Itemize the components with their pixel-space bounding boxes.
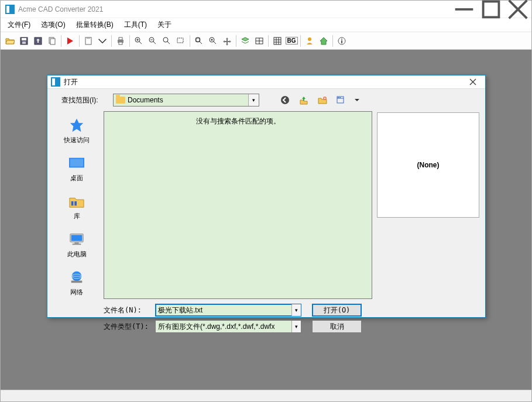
print-icon[interactable] [114, 35, 127, 47]
maximize-button[interactable] [478, 1, 504, 18]
svg-rect-1 [483, 1, 499, 17]
dialog-icon [51, 77, 60, 87]
open-button[interactable]: 打开(O) [312, 304, 362, 317]
dialog-bottom: 文件名(N): 极光下载站.txt ▾ 打开(O) 文件类型(T): 所有图形文… [53, 299, 372, 333]
layers-icon[interactable] [239, 35, 252, 47]
toolbar-separator [111, 35, 112, 47]
svg-rect-14 [119, 42, 122, 44]
lookin-label: 查找范围(I): [61, 95, 108, 105]
svg-point-22 [163, 37, 168, 42]
toolbar-separator [61, 35, 61, 47]
svg-point-39 [308, 37, 311, 41]
grid-icon[interactable] [271, 35, 284, 47]
place-label: 快速访问 [64, 136, 90, 145]
filetype-value: 所有图形文件(*.dwg,*.dxf,*.dwf,*.dwfx [158, 322, 291, 332]
zoom-fit-icon[interactable] [160, 35, 173, 47]
back-button[interactable] [279, 94, 291, 106]
place-desktop[interactable]: 桌面 [56, 152, 97, 185]
svg-point-45 [281, 96, 289, 104]
network-icon [67, 268, 86, 287]
menubar: 文件(F) 选项(O) 批量转换(B) 工具(T) 关于 [1, 18, 531, 32]
up-button[interactable] [298, 94, 310, 106]
svg-rect-58 [71, 235, 83, 241]
clipboard-icon[interactable] [82, 35, 95, 47]
bg-toggle[interactable]: BG [285, 35, 298, 47]
svg-rect-9 [50, 39, 55, 44]
layout-icon[interactable] [253, 35, 266, 47]
save-icon[interactable] [18, 35, 30, 47]
user-icon[interactable] [303, 35, 316, 47]
run-icon[interactable] [64, 35, 77, 47]
svg-line-16 [139, 42, 142, 44]
file-list[interactable]: 没有与搜索条件匹配的项。 [104, 111, 372, 299]
menu-batch[interactable]: 批量转换(B) [73, 19, 117, 31]
place-quick-access[interactable]: 快速访问 [56, 114, 97, 147]
pan-icon[interactable] [221, 35, 234, 47]
export-icon[interactable] [32, 35, 44, 47]
svg-rect-60 [73, 243, 81, 245]
filename-value: 极光下载站.txt [158, 305, 291, 315]
zoom-window-icon[interactable] [174, 35, 187, 47]
folder-icon [116, 97, 125, 104]
dialog-main: 查找范围(I): Documents ▾ 快速访问 [53, 94, 372, 333]
menu-tools[interactable]: 工具(T) [121, 19, 150, 31]
preview-text: (None) [417, 161, 440, 169]
dialog-preview-panel: (None) [377, 94, 479, 333]
menu-file[interactable]: 文件(F) [4, 19, 34, 31]
dialog-close-button[interactable] [464, 75, 482, 88]
filetype-label: 文件类型(T): [104, 322, 150, 332]
filetype-combo[interactable]: 所有图形文件(*.dwg,*.dxf,*.dwf,*.dwfx ▾ [155, 320, 301, 333]
chevron-down-icon[interactable]: ▾ [248, 94, 259, 106]
chevron-down-icon[interactable]: ▾ [291, 321, 301, 332]
app-icon [5, 5, 15, 14]
dialog-titlebar: 打开 [47, 75, 485, 89]
place-network[interactable]: 网络 [56, 266, 97, 299]
lookin-combo[interactable]: Documents ▾ [113, 94, 259, 106]
menu-options[interactable]: 选项(O) [37, 19, 68, 31]
zoom-extents-icon[interactable] [193, 35, 205, 47]
preview-box: (None) [377, 112, 479, 218]
new-folder-button[interactable] [317, 94, 328, 106]
close-icon [469, 78, 476, 85]
svg-rect-64 [71, 281, 83, 283]
svg-rect-55 [71, 201, 74, 205]
menu-about[interactable]: 关于 [154, 19, 175, 31]
dialog-body: 查找范围(I): Documents ▾ 快速访问 [47, 89, 485, 339]
svg-point-41 [341, 39, 342, 40]
filename-input[interactable]: 极光下载站.txt ▾ [155, 304, 301, 317]
place-libraries[interactable]: 库 [56, 190, 97, 223]
chevron-down-icon[interactable]: ▾ [291, 304, 301, 316]
svg-line-29 [214, 42, 216, 44]
svg-point-30 [211, 39, 213, 40]
lookin-row: 查找范围(I): Documents ▾ [53, 94, 372, 106]
place-this-pc[interactable]: 此电脑 [56, 228, 97, 261]
info-icon[interactable] [335, 35, 348, 47]
filename-row: 文件名(N): 极光下载站.txt ▾ 打开(O) [104, 304, 372, 317]
minimize-button[interactable] [451, 1, 478, 18]
copy-icon[interactable] [46, 35, 59, 47]
svg-line-26 [200, 42, 202, 44]
svg-rect-51 [338, 97, 339, 98]
zoom-in-icon[interactable] [132, 35, 145, 47]
open-icon[interactable] [4, 35, 16, 47]
svg-rect-34 [274, 37, 281, 44]
statusbar [1, 390, 531, 401]
home-icon[interactable] [317, 35, 330, 47]
svg-rect-52 [339, 97, 341, 98]
cancel-button[interactable]: 取消 [312, 320, 362, 333]
view-menu-dropdown[interactable] [354, 94, 360, 106]
dialog-middle: 快速访问 桌面 库 此电脑 [53, 111, 372, 299]
zoom-all-icon[interactable] [207, 35, 219, 47]
dropdown-icon[interactable] [96, 35, 109, 47]
toolbar-separator [332, 35, 333, 47]
svg-rect-24 [177, 38, 183, 43]
svg-rect-11 [87, 37, 90, 39]
zoom-out-icon[interactable] [146, 35, 159, 47]
svg-line-23 [167, 42, 170, 44]
view-menu-button[interactable] [335, 94, 347, 106]
close-button[interactable] [504, 1, 531, 18]
place-label: 此电脑 [67, 250, 87, 259]
libraries-icon [67, 192, 86, 211]
dialog-title: 打开 [64, 77, 464, 87]
toolbar-separator [190, 35, 190, 47]
